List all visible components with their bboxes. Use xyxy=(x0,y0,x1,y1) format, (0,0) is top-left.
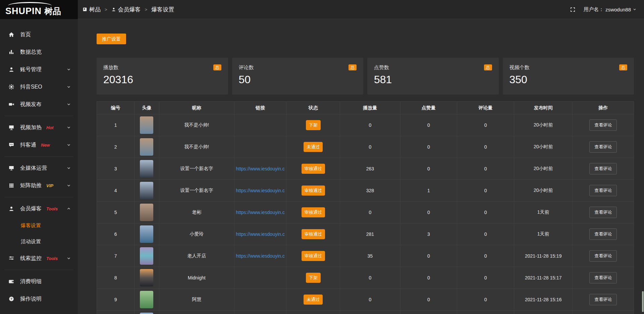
cell-time: 2021-11-28 15:16 xyxy=(514,289,573,311)
video-link[interactable]: https://www.iesdouyin.c xyxy=(236,253,285,259)
breadcrumb-item[interactable]: 会员爆客 xyxy=(111,6,141,13)
avatar xyxy=(140,225,153,243)
status-button[interactable]: 下架 xyxy=(306,120,321,130)
sidebar-item[interactable]: 会员爆客 Tools xyxy=(0,200,78,217)
sidebar-item[interactable]: 抖客通 New xyxy=(0,136,78,154)
breadcrumb-item[interactable]: 树品 xyxy=(83,6,101,13)
sidebar-item[interactable]: 线索监控 Tools xyxy=(0,250,78,267)
cell-link xyxy=(234,311,286,314)
scrollbar-thumb[interactable] xyxy=(642,291,644,312)
cell-nickname: 阿慧 xyxy=(159,289,234,311)
avatar xyxy=(140,247,153,265)
topbar: SHUPIN 树品 树品 > 会员爆客 > 爆客设置 用户名：zswodun88 xyxy=(0,0,644,19)
chevron-icon xyxy=(66,125,71,130)
breadcrumb-label: 爆客设置 xyxy=(151,6,174,13)
promo-settings-button[interactable]: 推广设置 xyxy=(97,34,126,44)
video-link[interactable]: https://www.iesdouyin.c xyxy=(236,166,285,171)
sidebar-item[interactable]: 全媒体运营 xyxy=(0,159,78,177)
view-comments-button[interactable]: 查看评论 xyxy=(589,119,617,131)
sidebar-item-label: 全媒体运营 xyxy=(20,165,47,172)
stat-card: 评论数 总 50 xyxy=(232,58,364,95)
user-dropdown[interactable]: 用户名：zswodun88 xyxy=(584,6,637,13)
stat-label: 点赞数 xyxy=(374,64,389,71)
sidebar-item[interactable]: 视频发布 xyxy=(0,96,78,113)
cell-likes: 0 xyxy=(400,202,457,223)
cell-number: 3 xyxy=(97,158,135,180)
cell-avatar xyxy=(135,114,159,136)
view-comments-button[interactable]: 查看评论 xyxy=(589,141,617,153)
wallet-icon xyxy=(8,278,15,284)
sidebar-item[interactable]: 账号管理 xyxy=(0,61,78,78)
status-button[interactable]: 审核通过 xyxy=(302,164,325,174)
video-link[interactable]: https://www.iesdouyin.c xyxy=(236,231,285,237)
sidebar-item[interactable]: ? 操作说明 xyxy=(0,290,78,308)
cell-status: 审核通过 xyxy=(286,180,340,202)
sidebar-item-badge: Tools xyxy=(46,256,58,261)
status-button[interactable]: 未通过 xyxy=(304,142,323,152)
table-row: 8 Midnight 下架 0 0 0 2021-11-28 15:17 查看评… xyxy=(97,267,634,289)
sidebar-item[interactable]: 矩阵助推 VIP xyxy=(0,177,78,194)
cell-comments: 0 xyxy=(457,245,514,267)
cell-action: 查看评论 xyxy=(573,267,634,289)
sidebar-item-label: 首页 xyxy=(20,31,31,38)
app-logo: SHUPIN 树品 xyxy=(0,0,78,19)
status-button[interactable]: 审核通过 xyxy=(302,251,325,261)
view-comments-button[interactable]: 查看评论 xyxy=(589,294,617,305)
status-button[interactable]: 下架 xyxy=(306,273,321,283)
cell-comments: 0 xyxy=(457,158,514,180)
view-comments-button[interactable]: 查看评论 xyxy=(589,185,617,196)
chat-icon xyxy=(8,142,15,148)
cell-action: 查看评论 xyxy=(573,114,634,136)
cell-nickname xyxy=(159,311,234,314)
breadcrumb-item[interactable]: 爆客设置 xyxy=(151,6,174,13)
status-button[interactable]: 审核通过 xyxy=(302,186,325,196)
cell-number: 8 xyxy=(97,267,135,289)
view-comments-button[interactable]: 查看评论 xyxy=(589,207,617,218)
cell-action: 查看评论 xyxy=(573,245,634,267)
cell-status: 下架 xyxy=(286,114,340,136)
sidebar-subitem-default[interactable]: 活动设置 xyxy=(0,233,78,250)
cell-status: 未通过 xyxy=(286,289,340,311)
user-icon xyxy=(111,7,116,12)
cell-avatar xyxy=(135,267,159,289)
status-button[interactable]: 未通过 xyxy=(304,295,323,305)
view-comments-button[interactable]: 查看评论 xyxy=(589,272,617,283)
view-comments-button[interactable]: 查看评论 xyxy=(589,228,617,240)
view-comments-button[interactable]: 查看评论 xyxy=(589,250,617,262)
user-icon xyxy=(8,66,15,72)
sidebar-divider xyxy=(5,116,73,116)
table-row: 4 设置一个新名字 https://www.iesdouyin.c 审核通过 3… xyxy=(97,180,634,202)
sidebar-item-label: 抖音SEO xyxy=(20,84,42,91)
stat-value: 350 xyxy=(509,73,628,86)
cell-link: https://www.iesdouyin.c xyxy=(234,202,286,223)
view-comments-button[interactable]: 查看评论 xyxy=(589,163,617,174)
sidebar-item[interactable]: 数据总览 xyxy=(0,43,78,61)
chevron-icon xyxy=(66,183,71,188)
sidebar-item[interactable]: 首页 xyxy=(0,26,78,43)
sidebar-item-label: 数据总览 xyxy=(20,49,42,56)
sidebar-item[interactable]: 抖音SEO xyxy=(0,78,78,96)
cell-comments: 0 xyxy=(457,289,514,311)
cell-status: 未通过 xyxy=(286,136,340,158)
sidebar-item[interactable]: 消费明细 xyxy=(0,273,78,290)
camera-icon xyxy=(8,101,15,107)
cell-time: 20小时前 xyxy=(514,114,573,136)
fullscreen-icon[interactable] xyxy=(570,7,576,12)
sidebar-item-label: 视频发布 xyxy=(20,101,42,108)
status-button[interactable]: 审核通过 xyxy=(302,229,325,239)
cell-avatar xyxy=(135,223,159,245)
sidebar-subitem-active[interactable]: 爆客设置 xyxy=(0,217,78,233)
cell-plays: 0 xyxy=(340,202,400,223)
status-button[interactable]: 审核通过 xyxy=(302,207,325,217)
sidebar-item[interactable]: 视频加热 Hot xyxy=(0,119,78,136)
cell-plays: 35 xyxy=(340,245,400,267)
chevron-down-icon xyxy=(633,7,637,11)
video-link[interactable]: https://www.iesdouyin.c xyxy=(236,210,285,215)
gear-icon xyxy=(8,84,15,90)
cell-time xyxy=(514,311,573,314)
avatar xyxy=(140,313,153,314)
cell-link: https://www.iesdouyin.c xyxy=(234,223,286,245)
sidebar-item-label: 线索监控 xyxy=(20,255,42,262)
cell-avatar xyxy=(135,136,159,158)
video-link[interactable]: https://www.iesdouyin.c xyxy=(236,188,285,193)
